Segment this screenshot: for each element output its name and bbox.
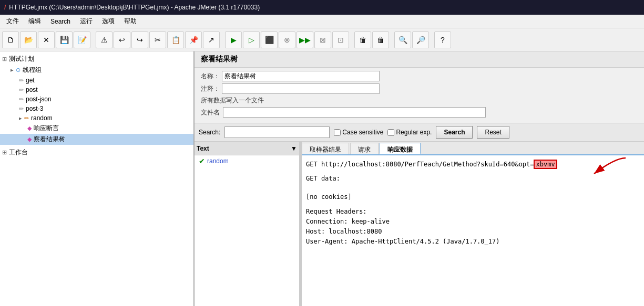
tree-item-post-3[interactable]: ✏ post-3 [0, 104, 193, 113]
start-button[interactable]: ▶ [225, 31, 242, 48]
toolbar: 🗋 📂 ✕ 💾 📝 ⚠ ↩ ↪ ✂ 📋 📌 ↗ ▶ ▷ ⬛ ⊗ ▶▶ ⊠ ⊡ 🗑… [0, 28, 644, 51]
list-content: ✔ random [195, 155, 299, 306]
comment-input[interactable] [222, 83, 380, 94]
detail-line-host: Host: localhost:8080 [306, 227, 640, 237]
tree-label-post-json: post-json [26, 96, 52, 103]
menu-options[interactable]: 选项 [98, 16, 119, 27]
clear-button[interactable]: 🗑 [354, 31, 371, 48]
detail-line-req-headers: Request Headers: [306, 207, 640, 217]
menu-search[interactable]: Search [46, 17, 75, 26]
tab-response-data[interactable]: 响应数据 [380, 143, 421, 154]
tree-label-testplan: 测试计划 [9, 55, 34, 64]
tree-item-post-json[interactable]: ✏ post-json [0, 94, 193, 104]
tabs-bar: 取样器结果 请求 响应数据 [302, 142, 644, 155]
list-header-arrow[interactable]: ▼ [291, 145, 297, 152]
detail-line-empty [306, 184, 640, 192]
tab-request[interactable]: 请求 [350, 143, 379, 154]
detail-line-get-data: GET data: [306, 174, 640, 184]
cut-button[interactable]: ✂ [149, 31, 166, 48]
search-label: Search: [199, 129, 220, 136]
yingduan-icon: ◆ [27, 125, 32, 132]
case-sensitive-item[interactable]: Case sensitive [334, 129, 383, 136]
tab-sampler-result[interactable]: 取样器结果 [302, 143, 349, 154]
help-button[interactable]: ? [434, 31, 451, 48]
testplan-icon: ⊞ [2, 56, 7, 62]
post-json-icon: ✏ [19, 96, 24, 103]
case-sensitive-checkbox[interactable] [334, 129, 341, 136]
status-ok-icon: ✔ [199, 157, 205, 165]
detail-line1-highlight: xbvmv [534, 160, 557, 169]
menu-file[interactable]: 文件 [2, 16, 23, 27]
tree-item-threadgroup[interactable]: ▸ ⊙ 线程组 [0, 65, 193, 76]
tree-item-testplan[interactable]: ⊞ 测试计划 [0, 54, 193, 65]
title-slash: / [4, 4, 6, 11]
tree-label-post: post [26, 86, 38, 93]
expand-button[interactable]: ↗ [203, 31, 220, 48]
name-label: 名称： [201, 72, 222, 81]
write-all-label: 所有数据写入一个文件 [201, 96, 264, 105]
stop-button[interactable]: ⬛ [261, 31, 278, 48]
tree-item-workbench[interactable]: ⊞ 工作台 [0, 147, 193, 158]
detail-line-connection: Connection: keep-alive [306, 217, 640, 227]
tree-item-chakanresult[interactable]: ◆ 察看结果树 [0, 134, 193, 145]
tree-item-post[interactable]: ✏ post [0, 85, 193, 94]
tree-label-get: get [26, 77, 35, 84]
case-sensitive-label: Case sensitive [342, 129, 383, 136]
chakanresult-icon: ◆ [27, 136, 32, 143]
menu-edit[interactable]: 编辑 [24, 16, 45, 27]
list-entry-name: random [207, 157, 229, 165]
tree-label-threadgroup: 线程组 [23, 66, 42, 75]
remote-stop-button[interactable]: ⊠ [314, 31, 331, 48]
search-bar: Search: Case sensitive Regular exp. Sear… [195, 123, 644, 142]
post-icon: ✏ [19, 87, 24, 93]
tree-label-workbench: 工作台 [9, 148, 28, 157]
regular-exp-item[interactable]: Regular exp. [387, 129, 432, 136]
detail-line-no-cookies: [no cookies] [306, 192, 640, 202]
reset-button[interactable]: Reset [477, 126, 509, 139]
menu-run[interactable]: 运行 [76, 16, 97, 27]
new-button[interactable]: 🗋 [2, 31, 19, 48]
random-expand-icon: ▸ [19, 115, 22, 122]
clear-all-button[interactable]: 🗑 [372, 31, 389, 48]
search-button[interactable]: Search [436, 126, 473, 139]
search-input[interactable] [224, 126, 330, 138]
tree-item-get[interactable]: ✏ get [0, 76, 193, 85]
revert-button[interactable]: ⚠ [96, 31, 113, 48]
detail-line1-prefix: GET http://localhost:8080/PerfTeach/GetM… [306, 161, 534, 168]
close-template-button[interactable]: ✕ [38, 31, 55, 48]
post-3-icon: ✏ [19, 105, 24, 112]
search-toolbar-button[interactable]: 🔍 [394, 31, 411, 48]
detail-line-empty2 [306, 203, 640, 207]
filename-label: 文件名 [201, 108, 222, 117]
remote-start-button[interactable]: ▶▶ [297, 31, 313, 48]
list-item-random[interactable]: ✔ random [195, 155, 299, 167]
menu-help[interactable]: 帮助 [120, 16, 141, 27]
name-input[interactable] [222, 71, 380, 81]
filename-row: 文件名 [201, 107, 638, 118]
start-no-pauses-button[interactable]: ▷ [243, 31, 260, 48]
remote-shutdown-button[interactable]: ⊡ [332, 31, 349, 48]
shutdown-button[interactable]: ⊗ [279, 31, 295, 48]
tree-label-random: random [31, 114, 53, 122]
tree-item-random[interactable]: ▸ ✏ random [0, 113, 193, 123]
regular-exp-label: Regular exp. [396, 129, 432, 136]
save-as-button[interactable]: 📝 [74, 31, 90, 48]
regular-exp-checkbox[interactable] [387, 129, 394, 136]
tree-item-yingduan[interactable]: ◆ 响应断言 [0, 123, 193, 134]
tree-panel: ⊞ 测试计划 ▸ ⊙ 线程组 ✏ get ✏ post ✏ post-json … [0, 51, 195, 306]
list-pane: Text ▼ ✔ random [195, 142, 300, 306]
save-button[interactable]: 💾 [56, 31, 73, 48]
redo-button[interactable]: ↪ [131, 31, 148, 48]
copy-button[interactable]: 📋 [167, 31, 184, 48]
detail-line-2 [306, 170, 640, 174]
open-button[interactable]: 📂 [20, 31, 37, 48]
results-area: Text ▼ ✔ random 取样器结果 请求 响应数据 [195, 142, 644, 306]
detail-content: GET http://localhost:8080/PerfTeach/GetM… [302, 155, 644, 306]
filename-input[interactable] [223, 107, 486, 118]
undo-button[interactable]: ↩ [114, 31, 130, 48]
reset-search-button[interactable]: 🔎 [412, 31, 429, 48]
detail-line-1: GET http://localhost:8080/PerfTeach/GetM… [306, 160, 640, 170]
detail-pane: 取样器结果 请求 响应数据 [302, 142, 644, 306]
detail-line-useragent: User-Agent: Apache-HttpClient/4.5.2 (Jav… [306, 237, 640, 247]
paste-button[interactable]: 📌 [185, 31, 202, 48]
